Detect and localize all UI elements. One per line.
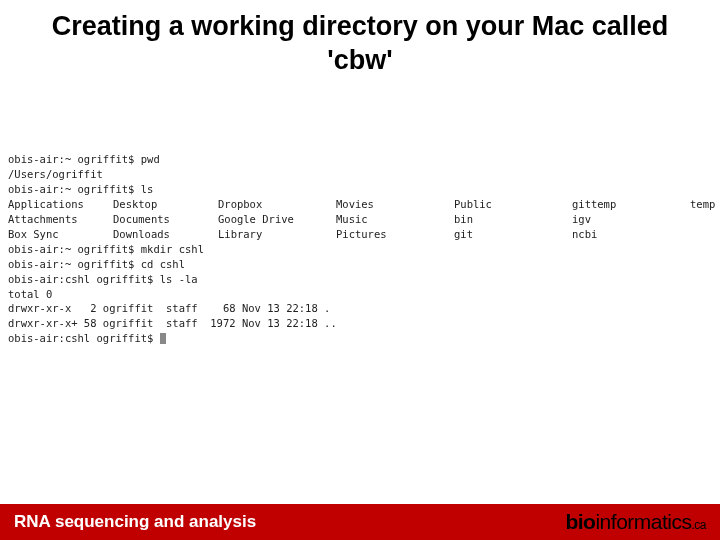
ls-item: ncbi: [572, 227, 690, 242]
ls-item: Public: [454, 197, 572, 212]
cmd: cd cshl: [141, 258, 185, 270]
output-line: /Users/ogriffit: [8, 168, 103, 180]
cmd: ls: [141, 183, 154, 195]
ls-item: [690, 212, 712, 227]
ls-item: temp: [690, 197, 715, 212]
footer-logo: bioinformatics.ca: [565, 510, 706, 534]
logo-bio: bio: [565, 510, 595, 533]
footer-left-text: RNA sequencing and analysis: [14, 512, 256, 532]
ls-item: Downloads: [113, 227, 218, 242]
ls-item: Dropbox: [218, 197, 336, 212]
footer-bar: RNA sequencing and analysis bioinformati…: [0, 504, 720, 540]
ls-item: [690, 227, 712, 242]
ls-item: gittemp: [572, 197, 690, 212]
prompt: obis-air:cshl ogriffit$: [8, 273, 160, 285]
ls-row: Box SyncDownloadsLibraryPicturesgitncbi: [8, 227, 712, 242]
ls-item: Music: [336, 212, 454, 227]
ls-row: AttachmentsDocumentsGoogle DriveMusicbin…: [8, 212, 712, 227]
prompt: obis-air:~ ogriffit$: [8, 243, 141, 255]
slide-title: Creating a working directory on your Mac…: [0, 0, 720, 82]
ls-item: Desktop: [113, 197, 218, 212]
slide-content: obis-air:~ ogriffit$ pwd /Users/ogriffit…: [0, 82, 720, 505]
cursor-icon: [160, 333, 166, 344]
ls-item: Attachments: [8, 212, 113, 227]
ls-item: Movies: [336, 197, 454, 212]
ls-item: bin: [454, 212, 572, 227]
prompt: obis-air:~ ogriffit$: [8, 183, 141, 195]
output-line: drwxr-xr-x+ 58 ogriffit staff 1972 Nov 1…: [8, 317, 337, 329]
ls-item: Library: [218, 227, 336, 242]
slide: Creating a working directory on your Mac…: [0, 0, 720, 540]
cmd: ls -la: [160, 273, 198, 285]
output-line: total 0: [8, 288, 52, 300]
ls-item: Documents: [113, 212, 218, 227]
prompt: obis-air:cshl ogriffit$: [8, 332, 160, 344]
ls-row: ApplicationsDesktopDropboxMoviesPublicgi…: [8, 197, 712, 212]
cmd: mkdir cshl: [141, 243, 204, 255]
ls-item: Box Sync: [8, 227, 113, 242]
ls-item: Pictures: [336, 227, 454, 242]
ls-item: Applications: [8, 197, 113, 212]
output-line: drwxr-xr-x 2 ogriffit staff 68 Nov 13 22…: [8, 302, 330, 314]
ls-item: git: [454, 227, 572, 242]
prompt: obis-air:~ ogriffit$: [8, 258, 141, 270]
logo-ca: .ca: [691, 518, 706, 532]
ls-item: igv: [572, 212, 690, 227]
prompt: obis-air:~ ogriffit$: [8, 153, 141, 165]
terminal-output: obis-air:~ ogriffit$ pwd /Users/ogriffit…: [8, 138, 712, 362]
ls-item: Google Drive: [218, 212, 336, 227]
cmd: pwd: [141, 153, 160, 165]
logo-informatics: informatics: [595, 510, 691, 533]
